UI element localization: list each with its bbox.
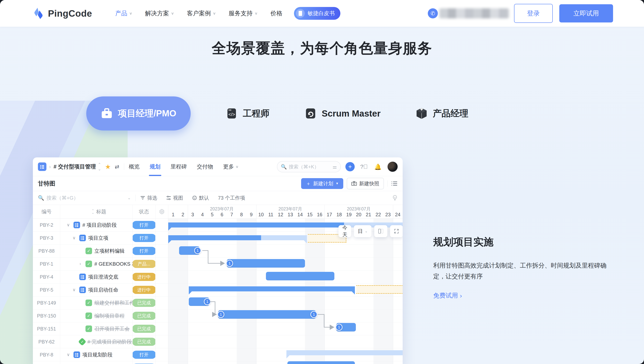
search-filter-icon[interactable]: ⚌	[333, 164, 337, 170]
nav-item-价格[interactable]: 价格	[270, 9, 282, 18]
row-title-cell[interactable]: ✓组建交付群和工作台	[60, 296, 133, 309]
help-icon[interactable]: ?⃝	[359, 162, 368, 171]
row-id: PBY-88	[33, 245, 60, 257]
column-header-status[interactable]: 状态	[133, 205, 156, 218]
gantt-bar-solid[interactable]	[168, 235, 261, 240]
row-title-cell[interactable]: ›✓# GEEKBOOKS 极...	[60, 258, 133, 270]
logo[interactable]: PingCode	[33, 7, 92, 20]
tab-交付物[interactable]: 交付物	[197, 157, 213, 176]
dependency-count-badge[interactable]: 1	[226, 260, 233, 267]
row-title-cell[interactable]: 项目澄清交底	[60, 270, 133, 283]
filter-button[interactable]: 筛选	[140, 195, 157, 201]
gantt-bar-task[interactable]	[218, 310, 316, 319]
fullscreen-button[interactable]	[390, 225, 403, 237]
gantt-bar-light[interactable]	[261, 235, 307, 240]
gantt-bar-task[interactable]	[227, 259, 305, 268]
notifications-bell-icon[interactable]: 🔔	[373, 162, 382, 171]
role-tab-工程师[interactable]: </>工程师	[226, 107, 270, 120]
row-title-cell[interactable]: ∨项目规划阶段	[60, 348, 133, 361]
row-title-cell[interactable]: ∨项目立项	[60, 232, 133, 244]
dependency-count-badge[interactable]: 1	[194, 247, 201, 254]
breadcrumb-project[interactable]: # 交付型项目管理	[54, 163, 96, 170]
dependency-count-badge[interactable]: 1	[204, 298, 211, 305]
status-badge[interactable]: 打开	[133, 247, 156, 255]
tab-里程碑[interactable]: 里程碑	[170, 157, 187, 176]
gantt-bar-dashed[interactable]	[356, 285, 403, 294]
tab-更多[interactable]: 更多∨	[223, 157, 239, 176]
status-badge[interactable]: 已完成	[133, 312, 156, 320]
status-badge[interactable]: 进行中	[133, 273, 156, 281]
project-switcher-icon[interactable]: ⌃⌄	[98, 162, 101, 171]
chevron-down-icon[interactable]: ∨	[65, 352, 71, 357]
chevron-down-icon[interactable]: ∨	[71, 235, 77, 241]
plus-icon: ＋	[306, 180, 311, 187]
global-search-input[interactable]: 🔍 搜索（⌘+K） ⚌	[277, 161, 341, 172]
whitepaper-badge[interactable]: 敏捷白皮书	[294, 7, 340, 20]
column-settings-gear-icon[interactable]	[156, 205, 168, 218]
create-button[interactable]: +	[346, 162, 355, 171]
tab-概览[interactable]: 概览	[129, 157, 140, 176]
status-badge[interactable]: 打开	[133, 351, 156, 359]
chevron-right-icon[interactable]: ›	[77, 261, 83, 266]
project-icon[interactable]	[38, 162, 46, 171]
user-avatar[interactable]	[387, 161, 398, 172]
style-default-button[interactable]: 默认	[192, 195, 209, 201]
status-badge[interactable]: 已完成	[133, 299, 156, 307]
dependency-count-badge[interactable]: 1	[336, 324, 342, 331]
gantt-search-input[interactable]: 🔍 搜索（⌘+G） ⌄	[38, 195, 131, 201]
sort-icon[interactable]: ⌃⌄	[92, 210, 94, 214]
status-badge[interactable]: 打开	[133, 234, 156, 242]
nav-item-客户案例[interactable]: 客户案例∨	[187, 9, 216, 18]
phase-icon	[74, 351, 80, 358]
status-badge[interactable]: 进行中	[133, 286, 156, 294]
status-badge[interactable]: 已完成	[133, 338, 156, 346]
row-title-cell[interactable]: ✓立项材料编辑	[60, 245, 133, 257]
swap-icon[interactable]: ⇄	[115, 164, 119, 170]
gantt-bar-solid[interactable]	[168, 223, 344, 228]
favorite-star-icon[interactable]: ★	[105, 163, 111, 170]
role-tab-产品经理[interactable]: 产品经理	[416, 107, 468, 120]
gantt-bar-task[interactable]	[288, 361, 355, 364]
role-tab-项目经理/PMO[interactable]: 项目经理/PMO	[86, 96, 191, 130]
lightbulb-icon[interactable]	[392, 195, 398, 201]
new-plan-button[interactable]: ＋ 新建计划 ▼	[301, 178, 343, 189]
row-title-cell[interactable]: ∨项目启动任命	[60, 283, 133, 296]
gantt-bar-light[interactable]	[286, 350, 403, 355]
row-title-cell[interactable]: ✓# 完成项目启动阶段...	[60, 335, 133, 348]
today-button[interactable]: 今天	[338, 225, 351, 237]
role-tab-Scrum Master[interactable]: Scrum Master	[304, 107, 380, 120]
style-label: 默认	[199, 195, 209, 201]
column-header-title[interactable]: ⌃⌄ 标题	[60, 205, 133, 218]
time-unit-select[interactable]: 日⌄	[354, 225, 372, 237]
split-view-button[interactable]	[374, 225, 387, 237]
column-header-id[interactable]: 编号	[33, 205, 60, 218]
nav-item-产品[interactable]: 产品∨	[115, 9, 132, 18]
nav-item-服务支持[interactable]: 服务支持∨	[228, 9, 258, 18]
view-settings-button[interactable]: 视图	[166, 195, 183, 201]
row-title: 项目规划阶段	[82, 351, 112, 358]
row-id: PBY-150	[33, 309, 60, 322]
gantt-bar-task[interactable]	[266, 272, 334, 280]
view-config-icon[interactable]	[391, 181, 398, 187]
app-window: › # 交付型项目管理 ⌃⌄ ★ ⇄ 概览规划里程碑交付物更多∨ 🔍 搜索（⌘+…	[33, 157, 403, 364]
row-title-cell[interactable]: ✓召开项目开工会	[60, 322, 133, 335]
dependency-count-badge[interactable]: 1	[217, 311, 224, 318]
row-title-cell[interactable]: ✓编制项目章程	[60, 309, 133, 322]
tab-规划[interactable]: 规划	[150, 157, 160, 176]
try-now-button[interactable]: 立即试用	[559, 4, 613, 23]
status-badge[interactable]: 已完成	[133, 325, 156, 333]
status-badge[interactable]: 产品...	[133, 260, 156, 268]
row-title-cell[interactable]: ›总体设计=实施方案（...	[60, 361, 133, 364]
dependency-count-badge[interactable]: 1	[310, 311, 317, 318]
status-badge[interactable]: 打开	[133, 221, 156, 229]
row-title-cell[interactable]: ∨# 项目启动阶段	[60, 219, 133, 231]
new-snapshot-label: 新建快照	[359, 180, 379, 187]
login-button[interactable]: 登录	[514, 4, 553, 23]
chevron-down-icon[interactable]: ∨	[71, 287, 77, 292]
nav-item-解决方案[interactable]: 解决方案∨	[145, 9, 174, 18]
gantt-bar-solid[interactable]	[189, 286, 355, 291]
free-trial-label: 免费试用	[433, 291, 458, 300]
new-snapshot-button[interactable]: 新建快照	[347, 178, 384, 189]
chevron-down-icon[interactable]: ∨	[65, 223, 71, 228]
free-trial-link[interactable]: 免费试用 ›	[433, 291, 619, 300]
